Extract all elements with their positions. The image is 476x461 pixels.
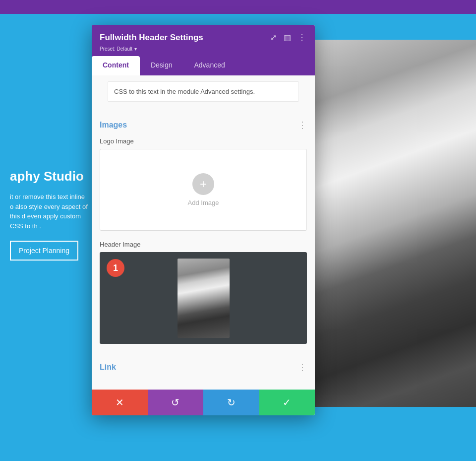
modal-body: CSS to this text in the module Advanced … [92, 75, 315, 390]
images-section-header: Images ⋮ [100, 120, 307, 131]
save-button[interactable]: ✓ [259, 390, 315, 415]
images-section-menu-icon[interactable]: ⋮ [298, 120, 307, 131]
tab-advanced[interactable]: Advanced [183, 56, 236, 75]
modal-tabs: Content Design Advanced [92, 56, 315, 75]
modal-header: Fullwidth Header Settings ⤢ ▥ ⋮ Preset: … [92, 25, 315, 56]
project-planning-button[interactable]: Project Planning [10, 241, 78, 261]
header-image-label: Header Image [100, 241, 307, 248]
preset-selector[interactable]: Preset: Default ▾ [100, 45, 307, 52]
images-section-title: Images [100, 121, 127, 130]
add-image-icon: + [192, 173, 214, 195]
undo-button[interactable]: ↺ [148, 390, 204, 415]
page-text-block: aphy Studio it or remove this text inlin… [0, 159, 99, 270]
logo-image-upload[interactable]: + Add Image [100, 149, 307, 231]
thumbnail-image [178, 259, 230, 338]
expand-icon[interactable]: ⤢ [269, 32, 278, 43]
header-image-field: Header Image 1 [100, 241, 307, 344]
modal-header-top: Fullwidth Header Settings ⤢ ▥ ⋮ [100, 32, 307, 43]
link-section-title: Link [100, 363, 116, 372]
photo-image [312, 40, 476, 407]
modal-title: Fullwidth Header Settings [100, 33, 203, 43]
cancel-button[interactable]: ✕ [92, 390, 148, 415]
header-image-container[interactable]: 1 [100, 252, 307, 344]
header-image-count-badge: 1 [107, 259, 124, 277]
images-section: Images ⋮ Logo Image + Add Image Header I… [92, 112, 315, 344]
split-icon[interactable]: ▥ [283, 32, 292, 43]
link-section-header: Link ⋮ [100, 362, 307, 373]
tab-design[interactable]: Design [140, 56, 183, 75]
logo-image-field: Logo Image + Add Image [100, 137, 307, 231]
top-bar [0, 0, 476, 14]
settings-modal: Fullwidth Header Settings ⤢ ▥ ⋮ Preset: … [92, 25, 315, 415]
link-section: Link ⋮ [92, 354, 315, 390]
add-image-label: Add Image [188, 199, 219, 206]
modal-header-icons: ⤢ ▥ ⋮ [269, 32, 307, 43]
redo-button[interactable]: ↻ [203, 390, 259, 415]
header-image-thumbnail [178, 259, 230, 338]
page-body-text: it or remove this text inline o also sty… [10, 192, 89, 231]
page-title: aphy Studio [10, 169, 89, 184]
text-note-wrapper: CSS to this text in the module Advanced … [92, 75, 315, 112]
text-note: CSS to this text in the module Advanced … [108, 81, 299, 102]
link-section-menu-icon[interactable]: ⋮ [298, 362, 307, 373]
logo-image-label: Logo Image [100, 137, 307, 145]
modal-footer: ✕ ↺ ↻ ✓ [92, 390, 315, 415]
more-menu-icon[interactable]: ⋮ [297, 32, 307, 43]
background-photo [312, 40, 476, 407]
tab-content[interactable]: Content [92, 56, 140, 75]
